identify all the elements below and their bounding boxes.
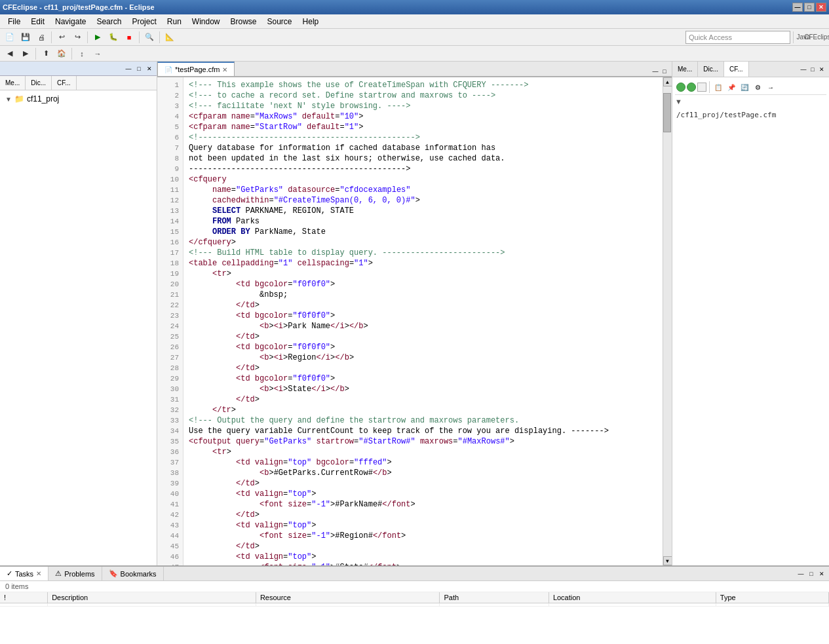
menu-item-navigate[interactable]: Navigate <box>50 16 91 28</box>
left-tab-0[interactable]: Me... <box>0 76 26 90</box>
run-button[interactable]: ▶ <box>90 30 105 45</box>
home-button[interactable]: 🏠 <box>54 47 69 61</box>
right-collapse-icon[interactable]: ▼ <box>675 98 682 105</box>
right-panel-minimize[interactable]: — <box>799 65 808 74</box>
line-number: 17 <box>157 248 183 258</box>
bottom-tab-bookmarks[interactable]: 🔖 Bookmarks <box>102 567 164 580</box>
right-paste-btn[interactable]: 📌 <box>725 81 737 93</box>
quick-access-box[interactable]: Quick Access <box>685 31 790 44</box>
left-panel-controls[interactable]: — □ ✕ <box>124 64 154 73</box>
separator6 <box>35 48 36 60</box>
code-line: <font size="-1">#Region#</font> <box>189 531 663 541</box>
line-number: 28 <box>157 363 183 373</box>
table-cell <box>256 603 440 607</box>
code-line: name="GetParks" datasource="cfdocexample… <box>189 185 663 195</box>
tasks-tab-close[interactable]: ✕ <box>36 570 41 577</box>
vertical-scrollbar[interactable]: ▲ ▼ <box>663 77 672 565</box>
menu-item-run[interactable]: Run <box>162 16 187 28</box>
right-tab-2[interactable]: CF... <box>724 62 749 77</box>
right-panel-controls[interactable]: — □ ✕ <box>799 65 829 74</box>
editor-tab-close[interactable]: ✕ <box>222 66 227 73</box>
code-line: <cfquery <box>189 174 663 185</box>
tree-item-root[interactable]: ▼ 📁 cf11_proj <box>3 93 154 105</box>
menu-item-source[interactable]: Source <box>262 16 298 28</box>
table-cell <box>549 603 716 607</box>
right-tab-1[interactable]: Dic... <box>698 62 724 77</box>
left-panel-maximize[interactable]: □ <box>134 64 144 73</box>
line-number: 24 <box>157 321 183 331</box>
bottom-tab-problems[interactable]: ⚠ Problems <box>48 567 102 580</box>
forward-button[interactable]: ▶ <box>18 47 33 61</box>
menu-item-search[interactable]: Search <box>91 16 126 28</box>
cfeclipse-perspective-button[interactable]: CFEclipse <box>812 30 826 45</box>
code-line: <b>#GetParks.CurrentRow#</b> <box>189 468 663 478</box>
bottom-collapse-btn[interactable]: — <box>796 569 805 578</box>
editor-tab-0[interactable]: 📄 *testPage.cfm ✕ <box>157 62 235 76</box>
stop-button[interactable]: ■ <box>122 30 136 45</box>
bookmarks-icon: 🔖 <box>109 569 118 578</box>
line-number: 15 <box>157 227 183 237</box>
scroll-up[interactable]: ▲ <box>663 77 672 86</box>
line-number: 1 <box>157 80 183 90</box>
code-line: <td bgcolor="f0f0f0"> <box>189 311 663 321</box>
new-button[interactable]: 📄 <box>3 30 17 45</box>
left-panel-close[interactable]: ✕ <box>145 64 154 73</box>
left-panel: — □ ✕ Me... Dic... CF... ▼ 📁 cf11_proj <box>0 62 157 565</box>
menu-item-browse[interactable]: Browse <box>225 16 262 28</box>
menu-item-window[interactable]: Window <box>187 16 225 28</box>
window-controls[interactable]: — □ ✕ <box>792 3 826 12</box>
right-panel-body: 📋 📌 🔄 ⚙ → ▼ /cf11_proj/testPage.cfm <box>672 77 829 565</box>
menu-item-file[interactable]: File <box>3 16 26 28</box>
table-header: Path <box>440 592 549 603</box>
back-button[interactable]: ◀ <box>3 47 17 61</box>
scroll-thumb[interactable] <box>663 93 671 132</box>
minimize-button[interactable]: — <box>792 3 803 12</box>
right-arrow-btn[interactable]: → <box>765 81 777 93</box>
right-tab-0[interactable]: Me... <box>672 62 698 77</box>
print-button[interactable]: 🖨 <box>34 30 48 45</box>
editor-tab-label: *testPage.cfm <box>175 66 220 73</box>
debug-button[interactable]: 🐛 <box>106 30 121 45</box>
table-header: Type <box>716 592 828 603</box>
right-refresh-btn[interactable]: 🔄 <box>739 81 750 93</box>
scroll-track[interactable] <box>663 86 672 556</box>
line-number: 4 <box>157 111 183 122</box>
right-panel-maximize[interactable]: □ <box>808 65 817 74</box>
menu-item-project[interactable]: Project <box>126 16 161 28</box>
right-config-btn[interactable]: ⚙ <box>752 81 763 93</box>
perspective-button[interactable]: 📐 <box>163 30 177 45</box>
navigate-button[interactable]: ↕ <box>75 47 89 61</box>
arrow-button[interactable]: → <box>90 47 105 61</box>
bottom-close-btn[interactable]: ✕ <box>817 569 826 578</box>
code-line: not been updated in the last six hours; … <box>189 153 663 164</box>
code-line: <td bgcolor="f0f0f0"> <box>189 373 663 384</box>
code-content[interactable]: <!--- This example shows the use of Crea… <box>183 77 663 565</box>
bottom-maximize-btn[interactable]: □ <box>807 569 816 578</box>
left-tab-2[interactable]: CF... <box>52 76 77 90</box>
close-button[interactable]: ✕ <box>816 3 826 12</box>
up-button[interactable]: ⬆ <box>39 47 53 61</box>
table-cell <box>48 603 256 607</box>
undo-button[interactable]: ↩ <box>54 30 69 45</box>
left-panel-minimize[interactable]: — <box>124 64 133 73</box>
search-button[interactable]: 🔍 <box>142 30 157 45</box>
bottom-tab-tasks[interactable]: ✓ Tasks ✕ <box>0 567 48 580</box>
left-tab-1[interactable]: Dic... <box>26 76 52 90</box>
bookmarks-label: Bookmarks <box>121 570 157 578</box>
menu-item-help[interactable]: Help <box>298 16 324 28</box>
maximize-button[interactable]: □ <box>804 3 815 12</box>
scroll-down[interactable]: ▼ <box>663 556 672 565</box>
right-panel-path: /cf11_proj/testPage.cfm <box>675 108 826 122</box>
line-number: 8 <box>157 153 183 164</box>
right-copy-btn[interactable]: 📋 <box>712 81 724 93</box>
code-line: <font size="-1">#ParkName#</font> <box>189 499 663 510</box>
bottom-tab-controls[interactable]: — □ ✕ <box>796 569 829 578</box>
save-button[interactable]: 💾 <box>18 30 33 45</box>
menu-item-edit[interactable]: Edit <box>26 16 50 28</box>
redo-button[interactable]: ↪ <box>70 30 85 45</box>
editor-minimize[interactable]: — <box>651 67 660 76</box>
editor-maximize[interactable]: □ <box>660 67 669 76</box>
line-number: 7 <box>157 143 183 153</box>
code-line: </td> <box>189 541 663 552</box>
right-panel-close[interactable]: ✕ <box>817 65 826 74</box>
